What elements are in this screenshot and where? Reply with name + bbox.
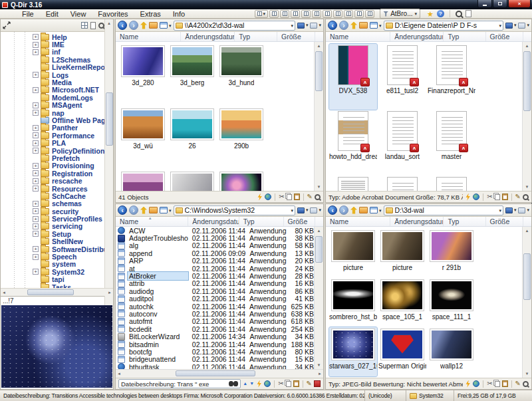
- favorites-folder-icon[interactable]: [149, 207, 158, 213]
- expander-icon[interactable]: +: [33, 216, 39, 222]
- tree-item[interactable]: +schemas: [1, 200, 113, 207]
- quick-filter-dropdown[interactable]: AtBro...▾: [380, 9, 420, 19]
- zoom-icon[interactable]: [523, 381, 529, 387]
- tree-horizontal-scrollbar[interactable]: ◄ ►: [1, 288, 113, 296]
- pane4-scrollbar[interactable]: ▲ ▼: [522, 227, 531, 378]
- tree-item[interactable]: +Speech: [1, 253, 113, 260]
- expander-icon[interactable]: +: [33, 231, 39, 237]
- tree-item[interactable]: +Resources: [1, 185, 113, 192]
- paste-icon[interactable]: [293, 380, 299, 387]
- globe-icon[interactable]: [264, 380, 271, 387]
- expander-icon[interactable]: +: [33, 49, 39, 55]
- column-size[interactable]: Größe: [284, 217, 316, 226]
- tree-item[interactable]: +Panther: [1, 124, 113, 132]
- flash-icon[interactable]: [257, 194, 263, 201]
- pdf-thumbnail[interactable]: ʌFinanzreport_Nr[1...: [428, 44, 475, 110]
- address-box[interactable]: D:\3d-wal ▾: [384, 205, 503, 215]
- address-dropdown-icon[interactable]: ▾: [499, 208, 501, 213]
- file-row[interactable]: bcdedit02.11.2006 11:44Anwendung254 KB: [116, 325, 314, 333]
- file-row[interactable]: bitsadmin02.11.2006 11:44Anwendung188 KB: [116, 340, 314, 348]
- file-row[interactable]: ARP02.11.2006 11:44Anwendung20 KB: [116, 257, 314, 265]
- pencil-icon[interactable]: ✎: [307, 380, 312, 387]
- expander-icon[interactable]: +: [33, 132, 39, 138]
- file-thumbnail[interactable]: arc_of_a_diver: [168, 170, 216, 191]
- file-thumbnail[interactable]: wallp12: [428, 327, 475, 376]
- cut-icon[interactable]: ✂: [487, 194, 492, 200]
- tree-item[interactable]: +Provisioning: [1, 162, 113, 170]
- layout-button[interactable]: [301, 10, 311, 18]
- pdf-thumbnail[interactable]: ʌMVV2_000011a3: [329, 176, 377, 191]
- help-icon[interactable]: ?: [437, 10, 444, 17]
- expander-icon[interactable]: +: [33, 148, 39, 154]
- expander-icon[interactable]: +: [33, 186, 39, 192]
- maximize-button[interactable]: [493, 0, 507, 8]
- file-row[interactable]: autochk02.11.2006 11:44Anwendung625 KB: [116, 303, 314, 310]
- tree-item[interactable]: L2Schemas: [1, 56, 113, 63]
- favorites-folder-icon[interactable]: [359, 22, 368, 29]
- up-button[interactable]: [140, 207, 147, 214]
- expander-icon[interactable]: +: [33, 246, 39, 252]
- folder-tools-button[interactable]: ▾: [518, 207, 529, 213]
- favorites-folder-icon[interactable]: [359, 207, 368, 213]
- back-button[interactable]: ‹: [328, 21, 337, 30]
- tree-item[interactable]: +Setup: [1, 230, 113, 237]
- file-thumbnail[interactable]: XP_203: [428, 376, 475, 378]
- views-button[interactable]: ▾: [160, 207, 172, 213]
- pdf-thumbnail[interactable]: ʌlandau_sort: [378, 110, 426, 176]
- tree-item[interactable]: +rescache: [1, 177, 113, 184]
- expander-icon[interactable]: +: [33, 34, 39, 40]
- address-dropdown-icon[interactable]: ▾: [499, 23, 501, 28]
- zoom-icon[interactable]: [523, 194, 529, 200]
- tree-item[interactable]: +nap: [1, 109, 113, 116]
- file-thumbnail[interactable]: sombrero_hst_big: [329, 278, 377, 327]
- expander-icon[interactable]: +: [33, 163, 39, 169]
- cut-icon[interactable]: ✂: [279, 194, 284, 200]
- address-box[interactable]: \\A4200x2\d\3d-wal ▾: [174, 21, 295, 31]
- file-thumbnail[interactable]: 26: [168, 107, 216, 170]
- tree-item[interactable]: +Performance: [1, 132, 113, 139]
- address-dropdown-icon[interactable]: ▾: [291, 23, 293, 28]
- forward-button[interactable]: ›: [129, 205, 138, 215]
- pdf-thumbnail[interactable]: ʌDVX_538: [329, 44, 377, 110]
- expander-icon[interactable]: +: [33, 125, 39, 131]
- tree-item[interactable]: +PolicyDefinitions: [1, 147, 113, 154]
- back-button[interactable]: ‹: [118, 21, 127, 30]
- menu-edit[interactable]: Edit: [40, 10, 65, 18]
- column-type[interactable]: Typ: [239, 217, 284, 226]
- menu-favorites[interactable]: Favorites: [92, 10, 134, 18]
- favorites-folder-icon[interactable]: [149, 22, 158, 29]
- expander-icon[interactable]: +: [33, 223, 39, 229]
- file-row[interactable]: audiodg02.11.2006 11:44Anwendung86 KB: [116, 287, 314, 295]
- tree-item[interactable]: +System32: [1, 268, 113, 275]
- back-button[interactable]: ‹: [328, 205, 337, 215]
- column-name[interactable]: Name: [326, 32, 390, 41]
- file-thumbnail[interactable]: 290b: [217, 107, 265, 170]
- tree-item[interactable]: Tasks: [1, 283, 113, 288]
- views-button[interactable]: ▾: [160, 22, 172, 29]
- up-button[interactable]: [140, 22, 147, 29]
- layout-button[interactable]: [333, 10, 342, 18]
- tree-doc-icon[interactable]: [90, 22, 96, 29]
- column-date[interactable]: Änderungsdatum: [390, 32, 444, 41]
- file-row[interactable]: bridgeunattend02.11.2006 11:44Anwendung1…: [116, 356, 314, 363]
- paste-icon[interactable]: [502, 194, 508, 200]
- pane1-scrollbar[interactable]: ▲ ▼: [314, 42, 323, 191]
- expander-icon[interactable]: +: [33, 170, 39, 176]
- paste-icon[interactable]: [294, 194, 300, 200]
- file-thumbnail[interactable]: 3d_280: [119, 44, 167, 107]
- tree-item[interactable]: Prefetch: [1, 154, 113, 162]
- zoom-icon[interactable]: [315, 194, 321, 200]
- layout-button[interactable]: [323, 10, 332, 18]
- pane3-horizontal-scrollbar[interactable]: ◄ ►: [116, 369, 323, 378]
- pdf-thumbnail[interactable]: ʌopensource_und_li...: [378, 176, 426, 191]
- column-type[interactable]: Typ: [444, 217, 485, 226]
- up-button[interactable]: [350, 22, 357, 29]
- file-row[interactable]: bootcfg02.11.2006 11:44Anwendung80 KB: [116, 348, 314, 355]
- file-row[interactable]: autoconv02.11.2006 11:44Anwendung638 KB: [116, 310, 314, 317]
- column-date[interactable]: Änderungsdatum: [188, 217, 239, 226]
- views-button[interactable]: ▾: [370, 22, 382, 29]
- column-name[interactable]: Name: [116, 32, 181, 41]
- file-row[interactable]: ACW02.11.2006 11:44Anwendung80 KB: [116, 227, 314, 234]
- close-button[interactable]: ×: [508, 0, 531, 8]
- file-row[interactable]: AtBroker02.11.2006 11:44Anwendung28 KB: [116, 272, 314, 279]
